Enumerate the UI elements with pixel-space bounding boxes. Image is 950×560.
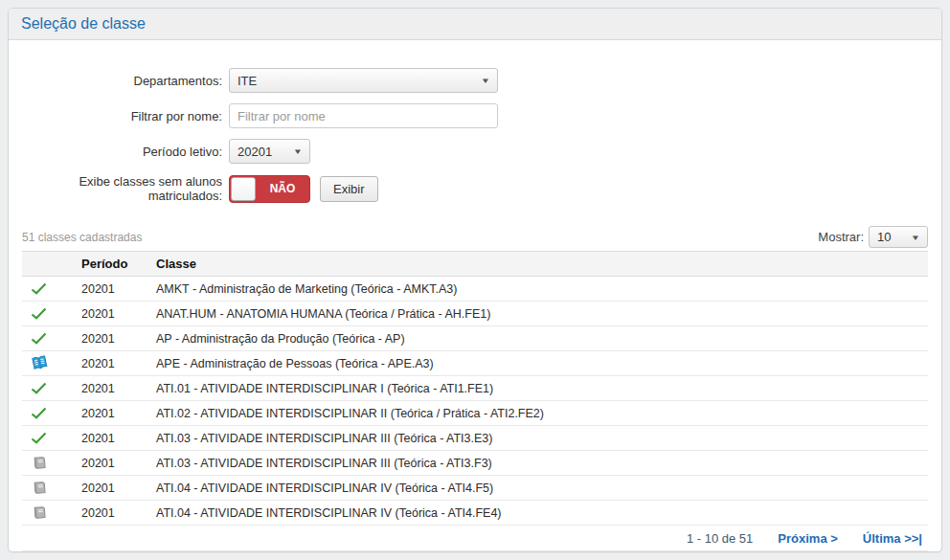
check-icon (31, 407, 47, 419)
table-row[interactable]: 20201ATI.04 - ATIVIDADE INTERDISCIPLINAR… (22, 476, 928, 501)
header-classe: Classe (156, 257, 928, 271)
row-status-cell (22, 481, 81, 495)
book-closed-icon (31, 481, 48, 495)
row-periodo: 20201 (81, 357, 156, 370)
toggle-state-label: NÃO (256, 182, 309, 195)
panel-body: Departamentos: ITE ▼ Filtrar por nome: P… (9, 40, 941, 551)
periodo-row: Período letivo: 20201 ▼ (22, 139, 928, 164)
row-classe: ATI.02 - ATIVIDADE INTERDISCIPLINAR II (… (156, 407, 928, 420)
table-row[interactable]: 20201ATI.02 - ATIVIDADE INTERDISCIPLINAR… (22, 401, 928, 426)
book-open-icon (31, 355, 49, 371)
book-closed-icon (31, 456, 48, 470)
departamentos-select[interactable]: ITE ▼ (229, 68, 498, 93)
row-classe: AP - Administração da Produção (Teórica … (156, 332, 928, 346)
filter-row: Filtrar por nome: (22, 103, 928, 128)
filter-by-name-input[interactable] (229, 103, 498, 128)
table-body: 20201AMKT - Administração de Marketing (… (22, 277, 928, 526)
book-closed-icon (31, 505, 48, 520)
row-classe: AMKT - Administração de Marketing (Teóri… (156, 282, 928, 296)
page-size-control: Mostrar: 10 ▼ (818, 226, 928, 248)
toggle-knob[interactable] (231, 177, 256, 201)
row-status-cell (22, 382, 81, 394)
class-selection-panel: Seleção de classe Departamentos: ITE ▼ F… (8, 8, 942, 552)
row-classe: ATI.03 - ATIVIDADE INTERDISCIPLINAR III … (156, 457, 928, 470)
pagination-range: 1 - 10 de 51 (687, 531, 753, 546)
page-size-select[interactable]: 10 ▼ (869, 226, 928, 248)
row-status-cell (22, 282, 81, 295)
panel-header: Seleção de classe (9, 9, 941, 40)
page-size-value: 10 (877, 230, 891, 244)
row-status-cell (22, 456, 81, 470)
table-row[interactable]: 20201ATI.04 - ATIVIDADE INTERDISCIPLINAR… (22, 501, 928, 526)
row-periodo: 20201 (81, 432, 156, 445)
row-periodo: 20201 (81, 482, 156, 495)
row-status-cell (22, 332, 81, 345)
periodo-select[interactable]: 20201 ▼ (229, 139, 310, 164)
row-classe: ATI.01 - ATIVIDADE INTERDISCIPLINAR I (T… (156, 382, 928, 395)
row-periodo: 20201 (81, 407, 156, 420)
departamentos-row: Departamentos: ITE ▼ (22, 68, 928, 93)
row-periodo: 20201 (81, 382, 156, 395)
mostrar-label: Mostrar: (818, 230, 864, 244)
row-periodo: 20201 (81, 307, 156, 321)
chevron-down-icon: ▼ (911, 233, 920, 241)
table-row[interactable]: 20201ATI.01 - ATIVIDADE INTERDISCIPLINAR… (22, 376, 928, 401)
periodo-select-value: 20201 (238, 145, 272, 159)
check-icon (31, 282, 47, 295)
row-status-cell (22, 307, 81, 320)
filter-label: Filtrar por nome: (22, 109, 229, 123)
show-empty-classes-label: Exibe classes sem alunos matriculados: (22, 174, 229, 203)
chevron-down-icon: ▼ (481, 77, 490, 85)
exibir-button[interactable]: Exibir (320, 176, 378, 202)
row-status-cell (22, 407, 81, 419)
row-classe: ATI.04 - ATIVIDADE INTERDISCIPLINAR IV (… (156, 506, 928, 520)
row-periodo: 20201 (81, 506, 156, 520)
row-periodo: 20201 (81, 282, 156, 296)
show-empty-classes-toggle[interactable]: NÃO (229, 175, 310, 203)
table-row[interactable]: 20201ATI.03 - ATIVIDADE INTERDISCIPLINAR… (22, 451, 928, 476)
periodo-label: Período letivo: (22, 145, 229, 159)
last-page-link[interactable]: Última >>| (863, 531, 922, 546)
chevron-down-icon: ▼ (293, 147, 303, 156)
row-periodo: 20201 (81, 457, 156, 470)
table-row[interactable]: 20201APE - Administração de Pessoas (Teó… (22, 351, 928, 376)
row-status-cell (22, 355, 81, 371)
summary-row: 51 classes cadastradas Mostrar: 10 ▼ (22, 226, 928, 248)
check-icon (31, 382, 47, 394)
row-classe: ANAT.HUM - ANATOMIA HUMANA (Teórica / Pr… (156, 307, 928, 321)
row-classe: APE - Administração de Pessoas (Teórica … (156, 357, 928, 370)
row-classe: ATI.03 - ATIVIDADE INTERDISCIPLINAR III … (156, 432, 928, 445)
check-icon (31, 432, 47, 444)
row-classe: ATI.04 - ATIVIDADE INTERDISCIPLINAR IV (… (156, 482, 928, 495)
page-title: Seleção de classe (21, 15, 146, 33)
table-row[interactable]: 20201AMKT - Administração de Marketing (… (22, 277, 928, 302)
departamentos-select-value: ITE (238, 74, 257, 88)
check-icon (31, 332, 47, 345)
classes-table: Período Classe 20201AMKT - Administração… (22, 251, 928, 551)
row-periodo: 20201 (81, 332, 156, 346)
table-header-row: Período Classe (22, 251, 928, 277)
row-status-cell (22, 505, 81, 520)
next-page-link[interactable]: Próxima > (778, 531, 838, 546)
departamentos-label: Departamentos: (22, 74, 229, 88)
table-row[interactable]: 20201AP - Administração da Produção (Teó… (22, 326, 928, 351)
pagination: 1 - 10 de 51 Próxima > Última >>| (22, 526, 928, 551)
show-empty-classes-row: Exibe classes sem alunos matriculados: N… (22, 174, 928, 203)
classes-count: 51 classes cadastradas (22, 231, 142, 244)
table-row[interactable]: 20201ANAT.HUM - ANATOMIA HUMANA (Teórica… (22, 302, 928, 326)
check-icon (31, 307, 47, 320)
table-row[interactable]: 20201ATI.03 - ATIVIDADE INTERDISCIPLINAR… (22, 426, 928, 451)
row-status-cell (22, 432, 81, 444)
header-periodo: Período (81, 257, 156, 271)
